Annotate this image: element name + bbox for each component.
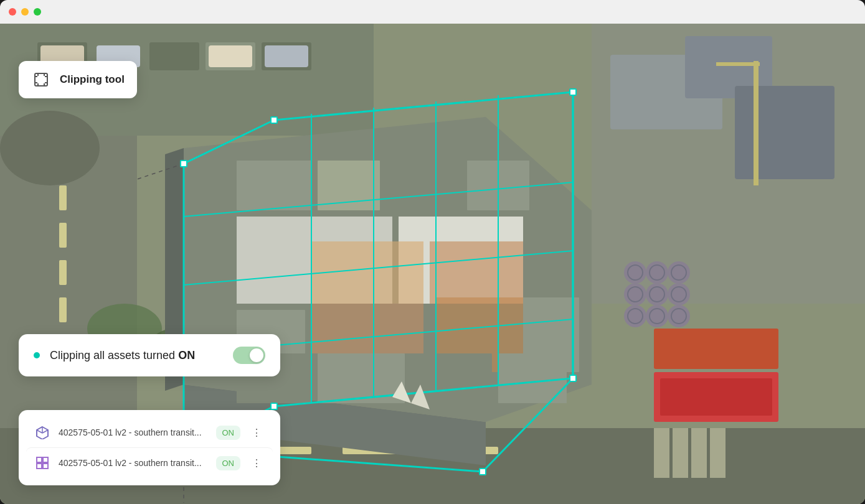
clipping-tool-title: Clipping tool	[60, 73, 125, 86]
svg-line-107	[37, 430, 42, 433]
minimize-button[interactable]	[21, 8, 29, 16]
asset-2-name: 402575-05-01 lv2 - southern transit...	[59, 458, 209, 468]
svg-rect-31	[673, 428, 688, 478]
asset-1-menu-button[interactable]: ⋮	[248, 424, 265, 441]
svg-rect-95	[570, 89, 576, 95]
asset-1-badge: ON	[216, 426, 241, 440]
svg-rect-111	[43, 464, 48, 469]
asset-item-1: 402575-05-01 lv2 - southern transit... O…	[26, 418, 273, 447]
svg-rect-68	[430, 241, 523, 304]
svg-point-17	[0, 111, 100, 185]
cube-icon	[34, 424, 51, 441]
title-bar	[0, 0, 865, 24]
svg-rect-36	[654, 329, 778, 369]
svg-rect-109	[43, 457, 48, 462]
svg-rect-100	[480, 469, 486, 475]
svg-rect-97	[271, 403, 277, 409]
svg-rect-4	[149, 42, 199, 70]
svg-rect-32	[691, 428, 707, 478]
svg-line-106	[42, 430, 48, 433]
svg-rect-16	[59, 297, 67, 322]
clipping-tool-panel: Clipping tool	[19, 61, 137, 98]
svg-rect-70	[311, 304, 423, 353]
svg-rect-35	[660, 378, 772, 416]
svg-rect-63	[386, 161, 461, 210]
close-button[interactable]	[9, 8, 16, 16]
svg-rect-14	[59, 223, 67, 248]
svg-rect-23	[716, 62, 760, 66]
svg-rect-33	[710, 428, 726, 478]
status-dot	[34, 352, 40, 358]
maximize-button[interactable]	[34, 8, 41, 16]
svg-rect-13	[59, 185, 67, 210]
svg-rect-98	[181, 161, 187, 167]
svg-rect-10	[265, 45, 308, 67]
svg-rect-108	[37, 457, 42, 462]
grid-icon	[34, 454, 51, 472]
asset-2-menu-button[interactable]: ⋮	[248, 454, 265, 472]
clipping-status-text: Clipping all assets turned ON	[50, 349, 223, 362]
svg-rect-9	[209, 45, 252, 67]
svg-rect-110	[37, 464, 42, 469]
asset-1-name: 402575-05-01 lv2 - southern transit...	[59, 427, 209, 437]
asset-2-badge: ON	[216, 456, 241, 470]
asset-list-panel: 402575-05-01 lv2 - southern transit... O…	[19, 410, 280, 485]
clipping-status-panel: Clipping all assets turned ON	[19, 334, 280, 376]
svg-rect-21	[735, 86, 834, 179]
clipping-toggle[interactable]	[233, 347, 265, 364]
window-frame: Clipping tool Clipping all assets turned…	[0, 0, 865, 504]
svg-rect-103	[35, 73, 47, 86]
svg-rect-62	[318, 161, 380, 210]
clipping-icon	[31, 70, 51, 90]
svg-rect-15	[59, 260, 67, 285]
asset-item-2: 402575-05-01 lv2 - southern transit... O…	[26, 447, 273, 478]
svg-rect-96	[570, 375, 576, 381]
svg-rect-30	[654, 428, 669, 478]
svg-rect-94	[271, 117, 277, 123]
toggle-knob	[250, 348, 263, 362]
svg-rect-72	[523, 235, 579, 285]
viewport[interactable]: Clipping tool Clipping all assets turned…	[0, 24, 865, 504]
svg-rect-22	[754, 61, 759, 185]
svg-rect-61	[237, 161, 311, 210]
